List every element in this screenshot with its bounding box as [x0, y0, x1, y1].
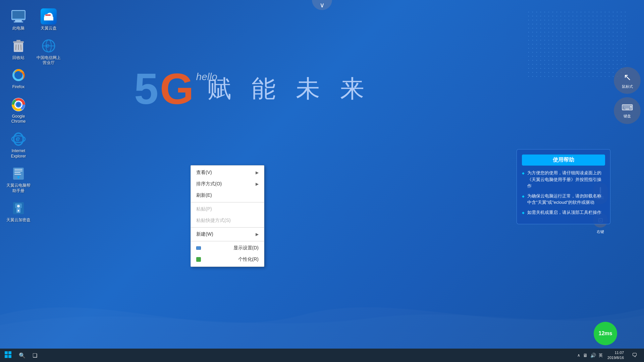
search-button[interactable]: 🔍 [16, 349, 28, 362]
desktop-icon-recycle-label: 回收站 [12, 55, 24, 61]
context-menu-personalize[interactable]: 个性化(R) [191, 254, 264, 265]
svg-rect-21 [14, 171, 22, 171]
desktop-icon-tianyi-encrypt[interactable]: 天翼云加密盘 [3, 198, 34, 225]
task-view-icon: ❏ [33, 352, 37, 359]
svg-rect-39 [5, 351, 8, 354]
context-menu-view[interactable]: 查看(V) ▶ [191, 167, 264, 178]
help-item-1: ◆ 为方便您的使用，请仔细阅读桌面上的《天翼云电脑使用手册》并按照指引操作 [522, 170, 605, 189]
context-menu-personalize-label: 个性化(R) [238, 256, 259, 262]
keyboard-icon: ⌨ [622, 103, 633, 112]
desktop-icon-tianyi-manual[interactable]: 天翼云电脑帮助手册 [3, 164, 34, 195]
desktop-icon-telecom-store[interactable]: e 中国电信网上营业厅 [34, 36, 64, 67]
help-panel-title: 使用帮助 [522, 155, 605, 166]
desktop-icon-tianyi-manual-label: 天翼云电脑帮助手册 [5, 183, 32, 193]
svg-rect-34 [45, 14, 51, 16]
diamond-icon-1: ◆ [522, 171, 525, 176]
right-panel: ↖ 鼠标式 ⌨ 键盘 [614, 67, 644, 124]
desktop: ∨ 5 G hello 赋 能 未 来 此电 [0, 0, 644, 362]
tray-volume-icon[interactable]: 🔊 [590, 353, 596, 358]
svg-rect-6 [16, 40, 20, 42]
desktop-icon-this-pc-label: 此电脑 [12, 26, 24, 31]
context-menu-paste-shortcut: 粘贴快捷方式(S) [191, 215, 264, 226]
keyboard-mode-button[interactable]: ⌨ 键盘 [614, 97, 641, 124]
context-menu-paste-label: 粘贴(P) [196, 206, 212, 212]
menu-separator-2 [191, 227, 264, 228]
svg-rect-42 [8, 355, 11, 358]
desktop-icon-firefox[interactable]: Firefox [3, 65, 34, 92]
ping-value: 12ms [599, 330, 612, 337]
context-menu: 查看(V) ▶ 排序方式(O) ▶ 刷新(E) 粘贴(P) 粘贴快捷方式(S) … [191, 165, 264, 267]
desktop-icon-recycle[interactable]: 回收站 [3, 36, 34, 62]
scroll-up-button[interactable]: ∨ [312, 0, 332, 10]
desktop-icon-chrome[interactable]: Google Chrome [3, 95, 34, 126]
context-menu-new-label: 新建(W) [196, 231, 213, 237]
start-button[interactable] [0, 349, 16, 362]
pc-icon [10, 8, 26, 24]
svg-rect-28 [18, 210, 19, 212]
svg-text:e: e [16, 134, 20, 143]
tray-icons: ∧ 🖥 🔊 英 [577, 353, 603, 358]
context-menu-refresh[interactable]: 刷新(E) [191, 190, 264, 201]
mouse-mode-button[interactable]: ↖ 鼠标式 [614, 67, 641, 94]
cursor-icon: ↖ [624, 72, 631, 83]
svg-rect-40 [8, 351, 11, 354]
desktop-icon-ie-label: Internet Explorer [5, 148, 32, 159]
logo-5: 5 [134, 64, 158, 113]
logo-g: G [160, 64, 194, 113]
svg-rect-22 [14, 172, 20, 173]
notification-button[interactable]: 🗨 [629, 349, 641, 362]
clock-area[interactable]: 11:07 2019/8/16 [605, 350, 627, 361]
desktop-icon-column-1: 此电脑 回收站 [3, 7, 34, 225]
notification-icon: 🗨 [632, 352, 637, 358]
ping-badge[interactable]: 12ms [594, 322, 617, 345]
logo-hello: hello [196, 71, 217, 82]
ie-icon: e [10, 131, 26, 147]
tray-network-icon[interactable]: 🖥 [583, 353, 588, 358]
taskbar: 🔍 ❏ ∧ 🖥 🔊 英 11:07 2019/8/16 🗨 [0, 349, 644, 362]
desktop-icon-telecom-label: 中国电信网上营业厅 [35, 55, 62, 66]
context-menu-sort-label: 排序方式(O) [196, 181, 222, 187]
logo-tagline: 赋 能 未 来 [207, 73, 371, 105]
desktop-icon-tianyi-cloud-label: 天翼云盘 [41, 26, 57, 31]
desktop-icon-chrome-label: Google Chrome [5, 114, 32, 124]
task-view-button[interactable]: ❏ [28, 349, 42, 362]
submenu-arrow-icon: ▶ [256, 232, 259, 237]
tianyi-cloud-icon [41, 8, 57, 24]
system-tray: ∧ 🖥 🔊 英 11:07 2019/8/16 🗨 [577, 349, 644, 362]
tray-lang-indicator[interactable]: 英 [599, 353, 603, 358]
menu-separator-1 [191, 202, 264, 202]
search-icon: 🔍 [19, 352, 25, 359]
diamond-icon-2: ◆ [522, 194, 525, 199]
context-menu-display[interactable]: 显示设置(D) [191, 242, 264, 254]
diamond-icon-3: ◆ [522, 210, 525, 215]
context-menu-paste: 粘贴(P) [191, 203, 264, 215]
wave-decoration [0, 282, 644, 349]
context-menu-sort[interactable]: 排序方式(O) ▶ [191, 178, 264, 190]
svg-point-15 [16, 103, 20, 107]
mouse-mode-label: 鼠标式 [622, 84, 633, 89]
help-panel: 使用帮助 ◆ 为方便您的使用，请仔细阅读桌面上的《天翼云电脑使用手册》并按照指引… [517, 149, 610, 224]
submenu-arrow-icon: ▶ [256, 182, 259, 186]
context-menu-refresh-label: 刷新(E) [196, 192, 212, 198]
context-menu-view-label: 查看(V) [196, 170, 212, 176]
svg-line-9 [21, 45, 21, 50]
clock-time: 11:07 [614, 350, 624, 355]
desktop-icon-column-2: 天翼云盘 e 中国电信网上营业厅 [34, 7, 64, 67]
chevron-down-icon: ∨ [320, 1, 325, 9]
tray-expand-icon[interactable]: ∧ [577, 353, 580, 358]
svg-line-7 [16, 45, 16, 50]
help-text-3: 如需关机或重启，请从顶部工具栏操作 [527, 209, 601, 216]
context-menu-display-label: 显示设置(D) [233, 245, 259, 251]
context-menu-new[interactable]: 新建(W) ▶ [191, 229, 264, 240]
desktop-icon-tianyi-cloud[interactable]: 天翼云盘 [34, 7, 64, 33]
svg-rect-20 [14, 169, 22, 170]
right-click-label: 右键 [597, 230, 604, 234]
desktop-icon-ie[interactable]: e Internet Explorer [3, 129, 34, 161]
svg-rect-1 [12, 11, 24, 18]
desktop-icon-tianyi-encrypt-label: 天翼云加密盘 [6, 218, 31, 223]
desktop-icon-this-pc[interactable]: 此电脑 [3, 7, 34, 33]
keyboard-mode-label: 键盘 [624, 114, 631, 119]
tianyi-manual-icon [10, 166, 26, 182]
help-item-2: ◆ 为确保云电脑运行正常，请勿卸载名称中含"天翼"或"ecloud"的软件或驱动 [522, 193, 605, 206]
windows-logo-icon [5, 351, 11, 360]
